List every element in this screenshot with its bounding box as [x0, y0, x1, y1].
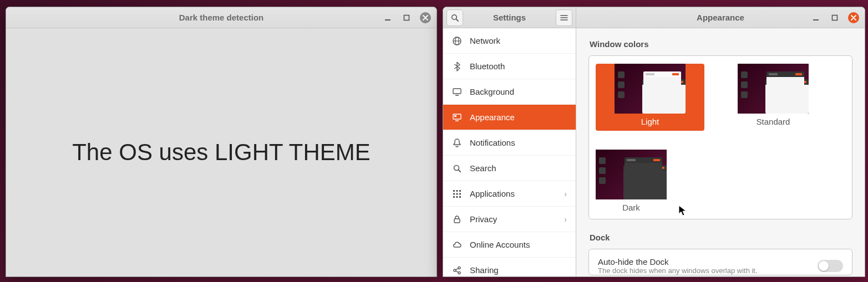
svg-line-29 — [456, 268, 459, 270]
minimize-icon — [384, 14, 391, 21]
sidebar-item-label: Privacy — [470, 214, 497, 224]
minimize-button[interactable] — [810, 12, 821, 23]
minimize-icon — [813, 14, 819, 21]
dock-section: Dock Auto-hide the Dock The dock hides w… — [588, 233, 852, 275]
sidebar-item-label: Online Accounts — [470, 240, 530, 249]
sidebar-item-label: Appearance — [470, 112, 515, 122]
lock-icon — [452, 214, 462, 224]
theme-options: Light Standard — [596, 64, 845, 217]
maximize-icon — [831, 14, 838, 21]
svg-rect-22 — [453, 196, 455, 198]
svg-rect-4 — [813, 19, 819, 20]
sidebar-item-background[interactable]: Background — [443, 79, 576, 105]
sidebar-item-search[interactable]: Search — [443, 156, 576, 181]
hamburger-icon — [560, 14, 568, 22]
sidebar-item-sharing[interactable]: Sharing — [443, 258, 576, 276]
close-icon — [423, 15, 428, 20]
header-left: Settings — [443, 7, 576, 28]
sidebar-item-label: Notifications — [470, 138, 515, 147]
autohide-sub: The dock hides when any windows overlap … — [598, 266, 758, 275]
svg-rect-12 — [454, 115, 456, 117]
chevron-right-icon: › — [564, 189, 567, 198]
sidebar-item-applications[interactable]: Applications › — [443, 181, 576, 207]
window-controls — [382, 12, 431, 23]
svg-rect-21 — [459, 193, 461, 194]
sidebar-item-label: Sharing — [470, 265, 499, 275]
theme-label: Standard — [757, 114, 790, 131]
settings-window: Settings Appearance — [443, 7, 865, 277]
sidebar-item-appearance[interactable]: Appearance — [443, 105, 576, 130]
dock-label: Dock — [590, 233, 852, 242]
sidebar-item-label: Search — [470, 163, 496, 173]
sidebar-item-label: Network — [470, 36, 500, 45]
appearance-icon — [452, 112, 462, 122]
autohide-label: Auto-hide the Dock — [598, 257, 758, 266]
svg-rect-25 — [454, 219, 460, 223]
svg-rect-5 — [833, 15, 837, 20]
settings-body: Network Bluetooth Background Appearance … — [443, 28, 865, 276]
theme-label: Light — [641, 114, 659, 131]
sidebar-item-privacy[interactable]: Privacy › — [443, 207, 576, 232]
sidebar-item-bluetooth[interactable]: Bluetooth — [443, 54, 576, 79]
theme-option-light[interactable]: Light — [596, 64, 704, 131]
header-right: Appearance — [576, 7, 865, 28]
svg-line-3 — [456, 19, 458, 21]
chevron-right-icon: › — [564, 215, 567, 224]
share-icon — [452, 265, 462, 275]
search-button[interactable] — [446, 9, 463, 26]
dock-card: Auto-hide the Dock The dock hides when a… — [588, 249, 852, 275]
svg-rect-20 — [456, 193, 458, 194]
svg-rect-9 — [453, 89, 461, 94]
sidebar-item-label: Bluetooth — [470, 61, 505, 71]
titlebar[interactable]: Settings Appearance — [443, 7, 865, 28]
maximize-icon — [403, 14, 410, 21]
autohide-row: Auto-hide the Dock The dock hides when a… — [598, 257, 843, 275]
theme-option-dark[interactable]: Dark — [596, 150, 667, 217]
svg-line-30 — [456, 271, 459, 273]
sidebar-item-label: Applications — [470, 189, 515, 198]
theme-thumb-standard — [738, 64, 809, 114]
apps-icon — [452, 189, 462, 199]
svg-rect-0 — [385, 19, 390, 20]
svg-rect-1 — [404, 15, 409, 20]
theme-option-standard[interactable]: Standard — [738, 64, 809, 131]
bell-icon — [452, 138, 462, 148]
search-icon — [450, 13, 459, 22]
close-button[interactable] — [848, 12, 859, 23]
close-icon — [851, 15, 856, 20]
svg-rect-17 — [456, 190, 458, 192]
theme-thumb-dark — [596, 150, 667, 199]
bluetooth-icon — [452, 61, 462, 71]
svg-rect-19 — [453, 193, 455, 194]
sidebar-item-notifications[interactable]: Notifications — [443, 130, 576, 156]
autohide-switch[interactable] — [818, 260, 843, 272]
svg-rect-24 — [459, 196, 461, 198]
hamburger-button[interactable] — [556, 9, 572, 26]
window-title: Dark theme detection — [6, 13, 436, 22]
window-colors-label: Window colors — [590, 39, 852, 49]
svg-point-26 — [454, 269, 456, 271]
theme-status-text: The OS uses LIGHT THEME — [72, 139, 370, 166]
monitor-icon — [452, 87, 462, 97]
svg-rect-16 — [453, 190, 455, 192]
minimize-button[interactable] — [382, 12, 393, 23]
theme-detection-window: Dark theme detection The OS uses LIGHT T… — [6, 7, 437, 277]
theme-thumb-light — [615, 64, 686, 114]
window-colors-card: Light Standard — [588, 55, 852, 219]
sidebar-item-network[interactable]: Network — [443, 28, 576, 54]
sidebar-item-label: Background — [470, 87, 514, 96]
svg-rect-23 — [456, 196, 458, 198]
theme-label: Dark — [622, 199, 640, 217]
settings-content[interactable]: Window colors Light — [576, 28, 865, 276]
close-button[interactable] — [420, 12, 431, 23]
svg-line-15 — [459, 170, 461, 172]
titlebar[interactable]: Dark theme detection — [6, 7, 436, 28]
cloud-icon — [452, 240, 462, 250]
window-controls — [810, 12, 859, 23]
search-icon — [452, 163, 462, 173]
settings-sidebar[interactable]: Network Bluetooth Background Appearance … — [443, 28, 576, 276]
globe-icon — [452, 36, 462, 46]
maximize-button[interactable] — [401, 12, 412, 23]
sidebar-item-online-accounts[interactable]: Online Accounts — [443, 232, 576, 258]
maximize-button[interactable] — [829, 12, 840, 23]
